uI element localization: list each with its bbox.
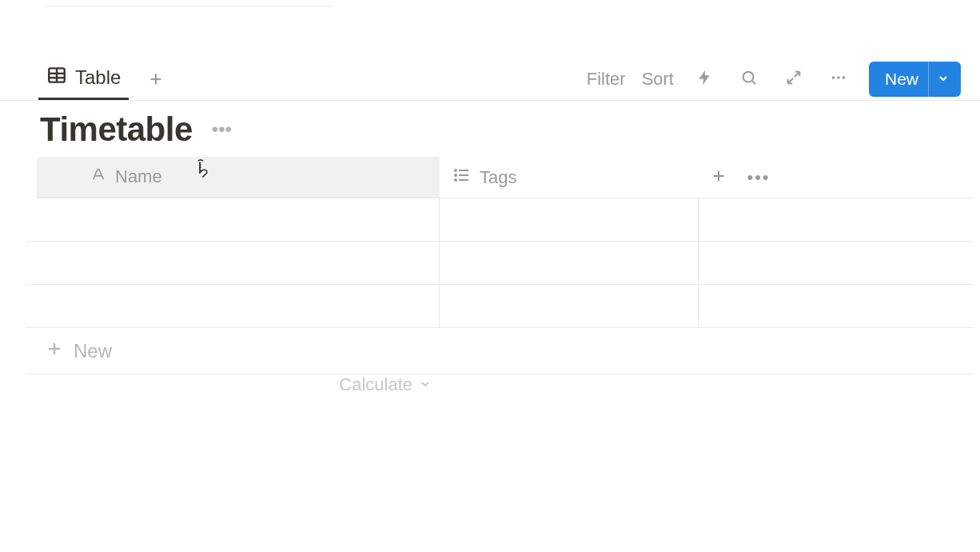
- table-icon: [46, 65, 67, 90]
- search-button[interactable]: [735, 65, 763, 94]
- lightning-icon: [695, 69, 713, 90]
- sort-label: Sort: [642, 69, 674, 90]
- more-horizontal-icon: •••: [212, 118, 232, 140]
- cell-name[interactable]: [26, 285, 440, 327]
- cell-empty: [699, 285, 974, 327]
- text-property-icon: [90, 166, 107, 188]
- tab-table[interactable]: Table: [38, 58, 129, 100]
- chevron-down-icon: [937, 70, 950, 89]
- database-title-row: Timetable •••: [40, 110, 237, 149]
- add-column-button[interactable]: [699, 157, 739, 198]
- new-row-label: New: [74, 340, 112, 362]
- table-row[interactable]: [26, 242, 974, 285]
- add-view-button[interactable]: [140, 63, 172, 95]
- cell-empty: [699, 242, 974, 284]
- cell-tags[interactable]: [440, 285, 699, 327]
- column-header-tags[interactable]: Tags: [440, 157, 699, 198]
- sort-button[interactable]: Sort: [642, 65, 674, 94]
- multiselect-property-icon: [452, 166, 472, 190]
- chevron-down-icon: [419, 374, 432, 395]
- filter-button[interactable]: Filter: [587, 65, 626, 94]
- new-button[interactable]: New: [869, 62, 961, 97]
- search-icon: [740, 69, 758, 90]
- plus-icon: [710, 167, 727, 188]
- calculate-button[interactable]: Calculate: [26, 374, 440, 395]
- expand-button[interactable]: [779, 65, 808, 94]
- filter-label: Filter: [587, 69, 626, 90]
- column-options-button[interactable]: •••: [739, 157, 779, 198]
- svg-point-21: [455, 170, 456, 171]
- toolbar-right: Filter Sort: [587, 62, 961, 97]
- automations-button[interactable]: [690, 65, 719, 94]
- top-divider-fragment: [45, 0, 333, 6]
- cell-name[interactable]: [26, 198, 440, 241]
- tab-table-label: Table: [75, 66, 121, 89]
- column-header-name-label: Name: [115, 166, 162, 187]
- svg-point-15: [837, 76, 840, 79]
- cell-tags[interactable]: [440, 198, 699, 241]
- more-horizontal-icon: [830, 69, 847, 90]
- svg-point-16: [843, 76, 846, 79]
- table-column-headers: Name Tags: [37, 157, 974, 198]
- table-row[interactable]: [26, 198, 974, 242]
- svg-line-7: [752, 81, 755, 84]
- new-button-label: New: [885, 70, 918, 89]
- database-title[interactable]: Timetable: [40, 110, 193, 149]
- new-row-button[interactable]: New: [26, 328, 974, 374]
- more-button[interactable]: [824, 65, 853, 94]
- column-header-name[interactable]: Name: [37, 157, 440, 198]
- plus-icon: [45, 339, 64, 363]
- svg-point-14: [832, 76, 835, 79]
- cell-empty: [699, 198, 974, 241]
- calculate-label: Calculate: [339, 374, 412, 395]
- svg-point-22: [455, 174, 456, 176]
- views-toolbar: Table Filter Sort: [0, 58, 980, 101]
- cell-name[interactable]: [26, 242, 440, 284]
- svg-point-23: [455, 179, 456, 181]
- column-header-tags-label: Tags: [480, 167, 516, 188]
- expand-icon: [785, 69, 803, 90]
- svg-point-6: [743, 71, 754, 82]
- new-button-dropdown[interactable]: [928, 62, 950, 97]
- database-title-more-button[interactable]: •••: [207, 115, 237, 144]
- table-body: New: [26, 198, 974, 374]
- cell-tags[interactable]: [440, 242, 699, 284]
- table-row[interactable]: [26, 285, 974, 328]
- more-horizontal-icon: •••: [747, 167, 770, 188]
